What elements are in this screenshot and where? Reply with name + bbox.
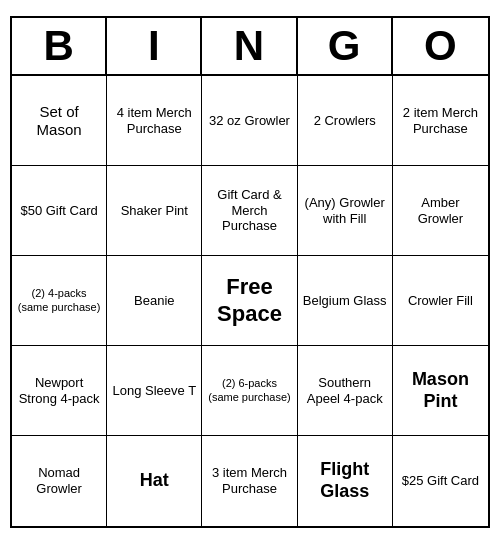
- bingo-card: BINGO Set of Mason4 item Merch Purchase3…: [10, 16, 490, 528]
- bingo-cell-0: Set of Mason: [12, 76, 107, 166]
- bingo-cell-20: Nomad Growler: [12, 436, 107, 526]
- bingo-cell-13: Belgium Glass: [298, 256, 393, 346]
- bingo-cell-9: Amber Growler: [393, 166, 488, 256]
- bingo-cell-21: Hat: [107, 436, 202, 526]
- bingo-cell-11: Beanie: [107, 256, 202, 346]
- bingo-cell-15: Newport Strong 4-pack: [12, 346, 107, 436]
- bingo-cell-16: Long Sleeve T: [107, 346, 202, 436]
- bingo-cell-10: (2) 4-packs (same purchase): [12, 256, 107, 346]
- bingo-cell-7: Gift Card & Merch Purchase: [202, 166, 297, 256]
- bingo-letter-g: G: [298, 18, 393, 74]
- bingo-letter-i: I: [107, 18, 202, 74]
- bingo-cell-17: (2) 6-packs (same purchase): [202, 346, 297, 436]
- bingo-grid: Set of Mason4 item Merch Purchase32 oz G…: [12, 76, 488, 526]
- bingo-cell-18: Southern Apeel 4-pack: [298, 346, 393, 436]
- bingo-header: BINGO: [12, 18, 488, 76]
- bingo-cell-1: 4 item Merch Purchase: [107, 76, 202, 166]
- bingo-cell-4: 2 item Merch Purchase: [393, 76, 488, 166]
- bingo-cell-2: 32 oz Growler: [202, 76, 297, 166]
- bingo-cell-22: 3 item Merch Purchase: [202, 436, 297, 526]
- bingo-cell-8: (Any) Growler with Fill: [298, 166, 393, 256]
- bingo-cell-14: Crowler Fill: [393, 256, 488, 346]
- bingo-letter-n: N: [202, 18, 297, 74]
- bingo-cell-3: 2 Crowlers: [298, 76, 393, 166]
- bingo-letter-b: B: [12, 18, 107, 74]
- bingo-cell-12: Free Space: [202, 256, 297, 346]
- bingo-cell-5: $50 Gift Card: [12, 166, 107, 256]
- bingo-cell-19: Mason Pint: [393, 346, 488, 436]
- bingo-letter-o: O: [393, 18, 488, 74]
- bingo-cell-6: Shaker Pint: [107, 166, 202, 256]
- bingo-cell-23: Flight Glass: [298, 436, 393, 526]
- bingo-cell-24: $25 Gift Card: [393, 436, 488, 526]
